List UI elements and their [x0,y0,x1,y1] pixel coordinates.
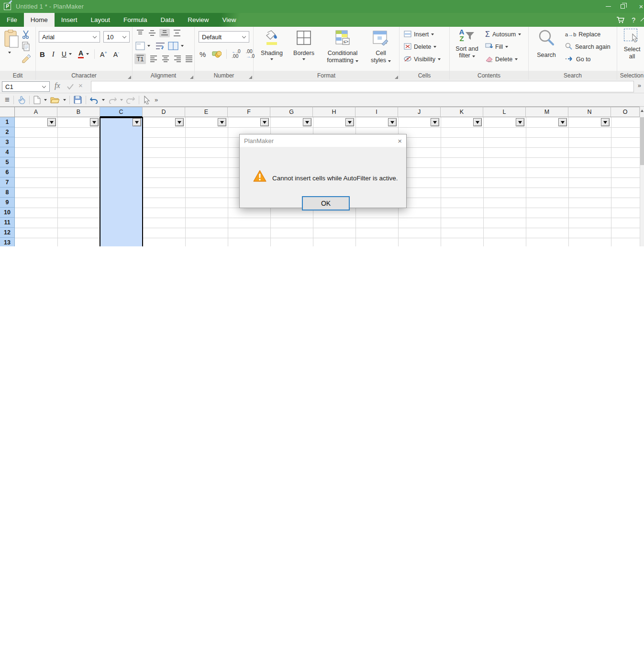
cut-icon[interactable] [21,30,31,39]
row-header-9[interactable]: 9 [0,198,15,208]
insert-cells-button[interactable]: Insert [404,30,434,39]
save-button[interactable] [72,94,84,106]
sort-filter-dropdown[interactable] [472,55,475,57]
redo-dropdown[interactable] [120,99,123,101]
scroll-up-icon[interactable] [641,110,644,112]
font-color-button[interactable]: A [78,50,84,58]
align-left-icon[interactable] [150,55,157,62]
sort-and-filter-button[interactable]: AZ Sort andfilter [452,29,482,59]
insert-function-button[interactable]: fx [55,81,60,90]
cell-reference-box[interactable]: C1 [2,81,50,92]
conditional-formatting-dropdown[interactable] [355,60,358,62]
tab-home[interactable]: Home [24,13,55,27]
fill-dropdown[interactable] [505,46,508,48]
vertical-scrollbar[interactable] [640,107,644,246]
column-header-G[interactable]: G [270,107,313,117]
merge-cells-dropdown[interactable] [181,45,184,47]
row-header-7[interactable]: 7 [0,177,15,188]
row-header-4[interactable]: 4 [0,147,15,157]
row-header-11[interactable]: 11 [0,218,15,228]
visibility-dropdown[interactable] [438,58,441,60]
bold-button[interactable]: B [40,50,45,58]
grow-font-button[interactable]: A+ [100,50,107,58]
select-all-corner[interactable] [0,107,15,117]
paste-icon[interactable] [4,30,19,48]
visibility-button[interactable]: Visibility [404,55,441,64]
align-right-icon[interactable] [174,55,181,62]
number-format-select[interactable]: Default [199,31,249,43]
restore-button[interactable] [615,0,630,13]
select-all-button[interactable]: Selectall [620,29,644,60]
rotate-text-button[interactable]: T1 [134,54,146,64]
goto-button[interactable]: Go to [565,55,591,64]
cell-border-dropdown[interactable] [147,45,150,47]
row-header-2[interactable]: 2 [0,127,15,137]
shading-button[interactable]: Shading [257,30,286,60]
column-header-H[interactable]: H [313,107,355,117]
tab-file[interactable]: File [0,13,24,27]
add-decimal-button[interactable]: ←.0.00 [232,49,240,59]
align-middle-icon[interactable] [148,30,156,36]
menu-icon[interactable]: ≡ [3,94,11,106]
tab-layout[interactable]: Layout [84,13,117,27]
undo-button[interactable] [88,94,100,106]
align-top-icon[interactable] [136,30,144,36]
cell-styles-dropdown[interactable] [388,60,391,62]
open-file-button[interactable] [48,94,62,106]
autofilter-button-H[interactable] [345,118,354,126]
autofilter-button-J[interactable] [431,118,439,126]
open-file-dropdown[interactable] [63,99,66,101]
formula-bar-more-button[interactable]: » [638,82,641,89]
column-header-B[interactable]: B [57,107,100,117]
autofilter-button-E[interactable] [218,118,226,126]
row-header-8[interactable]: 8 [0,188,15,198]
cell-styles-button[interactable]: Cellstyles [366,30,396,64]
insert-cells-dropdown[interactable] [431,33,434,35]
align-justify-icon[interactable] [185,55,193,62]
shrink-font-button[interactable]: A- [113,50,119,58]
replace-button[interactable]: a→b Replace [565,30,600,39]
column-header-D[interactable]: D [143,107,185,117]
column-header-N[interactable]: N [568,107,611,117]
autosum-dropdown[interactable] [518,33,521,35]
autofilter-button-A[interactable] [47,118,56,126]
column-header-I[interactable]: I [355,107,398,117]
row-header-12[interactable]: 12 [0,228,15,238]
column-header-C[interactable]: C [100,107,143,117]
format-dialog-launcher[interactable] [395,76,398,79]
scrollbar-thumb[interactable] [640,117,644,165]
autofilter-button-C[interactable] [133,118,141,126]
italic-button[interactable]: I [52,50,55,58]
percent-format-button[interactable]: % [200,50,206,58]
borders-dropdown[interactable] [302,58,305,60]
dialog-close-button[interactable]: × [398,137,402,145]
merge-cells-icon[interactable] [168,42,178,50]
borders-button[interactable]: Borders [289,30,319,60]
align-bottom-icon[interactable] [159,29,170,37]
fill-button[interactable]: Fill [485,42,508,52]
cell-border-icon[interactable] [135,42,145,50]
row-header-3[interactable]: 3 [0,137,15,147]
minimize-button[interactable] [601,0,615,13]
pointer-tool-button[interactable] [141,94,153,106]
delete-cells-dropdown[interactable] [433,46,436,48]
shading-dropdown[interactable] [270,58,273,60]
align-center-icon[interactable] [162,55,169,62]
paste-dropdown[interactable] [8,52,11,54]
search-button[interactable]: Search [533,29,560,59]
tab-insert[interactable]: Insert [55,13,84,27]
autofilter-button-B[interactable] [90,118,99,126]
wrap-text-icon[interactable] [155,42,165,50]
row-header-1[interactable]: 1 [0,117,15,127]
font-name-select[interactable]: Arial [39,31,100,43]
autofilter-button-N[interactable] [601,118,610,126]
cancel-entry-button[interactable]: × [78,81,83,89]
autofilter-button-M[interactable] [558,118,567,126]
align-justify-v-icon[interactable] [173,30,181,36]
formula-input[interactable] [91,81,634,92]
column-header-E[interactable]: E [185,107,228,117]
column-header-F[interactable]: F [228,107,270,117]
autofilter-button-F[interactable] [260,118,269,126]
autofilter-button-L[interactable] [516,118,524,126]
row-header-5[interactable]: 5 [0,157,15,167]
